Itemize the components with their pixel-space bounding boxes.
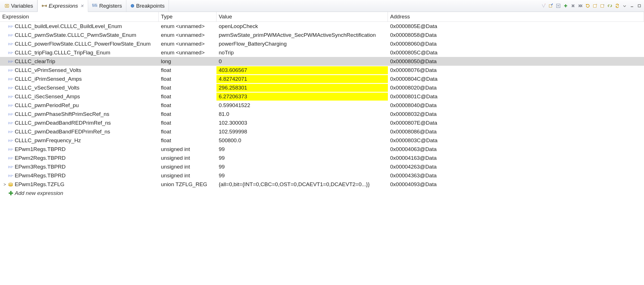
refresh-icon[interactable] (585, 3, 591, 9)
svg-text:(x)=: (x)= (8, 95, 13, 98)
continuous-refresh-icon[interactable] (614, 3, 620, 9)
table-row[interactable]: (x)=EPwm3Regs.TBPRDunsigned int990x00004… (0, 162, 644, 171)
remove-icon[interactable] (570, 3, 576, 9)
table-row[interactable]: (x)=CLLLC_vPrimSensed_Voltsfloat403.6065… (0, 66, 644, 75)
add-new-expression-row[interactable]: ✚ Add new expression (0, 189, 644, 197)
table-row[interactable]: (x)=CLLLC_pwmPhaseShiftPrimSecRef_nsfloa… (0, 110, 644, 118)
cell-type: unsigned int (159, 163, 216, 171)
cell-value[interactable]: 99 (216, 154, 388, 162)
cell-expression[interactable]: (x)=CLLLC_tripFlag.CLLLC_TripFlag_Enum (0, 49, 159, 57)
table-row[interactable]: (x)=CLLLC_buildLevel.CLLLC_BuildLevel_En… (0, 22, 644, 31)
minimize-icon[interactable] (629, 3, 635, 9)
cell-expression[interactable]: (x)=EPwm4Regs.TBPRD (0, 172, 159, 180)
cell-expression[interactable]: (x)=CLLLC_powerFlowState.CLLLC_PowerFlow… (0, 40, 159, 48)
table-row[interactable]: (x)=EPwm2Regs.TBPRDunsigned int990x00004… (0, 154, 644, 162)
cell-value[interactable]: pwmSwState_primPWMActive_SecPWMActiveSyn… (216, 31, 388, 39)
variable-icon: (x)= (8, 50, 14, 55)
cell-value[interactable]: openLoopCheck (216, 22, 388, 30)
cell-value[interactable]: 0 (216, 58, 388, 65)
col-header-type[interactable]: Type (159, 12, 216, 22)
maximize-icon[interactable] (636, 3, 642, 9)
cell-value[interactable]: 99 (216, 163, 388, 171)
cell-value[interactable]: {all=0,bit={INT=0,CBC=0,OST=0,DCAEVT1=0,… (216, 180, 388, 188)
cell-expression[interactable]: (x)=CLLLC_pwmDeadBandFEDPrimRef_ns (0, 128, 159, 136)
cell-expression[interactable]: >EPwm1Regs.TZFLG (0, 180, 159, 188)
cell-expression[interactable]: (x)=EPwm1Regs.TBPRD (0, 145, 159, 153)
svg-text:(x)=: (x)= (8, 104, 13, 107)
svg-text:(x)=: (x)= (8, 174, 13, 177)
svg-point-1 (42, 5, 44, 7)
cell-type: float (159, 84, 216, 92)
col-header-address[interactable]: Address (388, 12, 644, 22)
add-expression-icon[interactable] (562, 3, 569, 9)
remove-all-icon[interactable] (577, 3, 583, 9)
new-watch-icon[interactable] (592, 3, 598, 9)
cell-address: 0x00004093@Data (388, 180, 644, 188)
view-menu-icon[interactable] (621, 3, 628, 9)
cell-value[interactable]: 0.599041522 (216, 101, 388, 109)
svg-text:(x)=: (x)= (8, 33, 13, 37)
svg-text:(x)=: (x)= (8, 165, 13, 169)
variable-icon: (x)= (8, 164, 14, 169)
cell-expression[interactable]: (x)=EPwm2Regs.TBPRD (0, 154, 159, 162)
link-icon[interactable] (607, 3, 613, 9)
table-row[interactable]: (x)=CLLLC_pwmSwState.CLLLC_PwmSwState_En… (0, 31, 644, 39)
close-icon[interactable]: ✕ (80, 3, 84, 8)
tab-registers[interactable]: 10100101 Registers (88, 0, 126, 12)
cell-value[interactable]: 4.82742071 (216, 75, 388, 83)
cell-value[interactable]: 296.258301 (216, 84, 388, 92)
table-row[interactable]: (x)=CLLLC_clearTriplong00x00008050@Data (0, 57, 644, 66)
cell-value[interactable]: 81.0 (216, 110, 388, 118)
svg-text:(x)=: (x)= (8, 112, 13, 116)
cell-value[interactable]: 102.300003 (216, 119, 388, 127)
cell-expression[interactable]: (x)=CLLLC_clearTrip (0, 58, 159, 65)
svg-rect-12 (638, 5, 641, 7)
table-row[interactable]: >EPwm1Regs.TZFLGunion TZFLG_REG{all=0,bi… (0, 180, 644, 189)
cell-value[interactable]: 500800.0 (216, 137, 388, 144)
table-row[interactable]: (x)=CLLLC_pwmDeadBandFEDPrimRef_nsfloat1… (0, 127, 644, 136)
cell-expression[interactable]: (x)=CLLLC_pwmPhaseShiftPrimSecRef_ns (0, 110, 159, 118)
cell-expression[interactable]: (x)=CLLLC_vPrimSensed_Volts (0, 66, 159, 74)
cell-value[interactable]: 6.27206373 (216, 93, 388, 101)
expression-name: CLLLC_buildLevel.CLLLC_BuildLevel_Enum (15, 23, 122, 29)
table-row[interactable]: (x)=CLLLC_pwmPeriodRef_pufloat0.59904152… (0, 101, 644, 110)
pin-view-icon[interactable] (599, 3, 605, 9)
tab-variables[interactable]: Variables (1, 0, 37, 12)
collapse-all-icon[interactable] (555, 3, 561, 9)
cell-expression[interactable]: (x)=CLLLC_pwmSwState.CLLLC_PwmSwState_En… (0, 31, 159, 39)
cell-expression[interactable]: (x)=EPwm3Regs.TBPRD (0, 163, 159, 171)
table-row[interactable]: (x)=EPwm4Regs.TBPRDunsigned int990x00004… (0, 171, 644, 180)
cell-value[interactable]: noTrip (216, 49, 388, 57)
svg-text:(x)=: (x)= (8, 60, 13, 63)
expression-name: CLLLC_pwmPhaseShiftPrimSecRef_ns (15, 111, 109, 117)
table-row[interactable]: (x)=CLLLC_tripFlag.CLLLC_TripFlag_Enumen… (0, 48, 644, 57)
cell-expression[interactable]: (x)=CLLLC_pwmPeriodRef_pu (0, 101, 159, 109)
cell-expression[interactable]: (x)=CLLLC_pwmDeadBandREDPrimRef_ns (0, 119, 159, 127)
table-row[interactable]: (x)=CLLLC_pwmFrequency_Hzfloat500800.00x… (0, 136, 644, 145)
cell-value[interactable]: 99 (216, 172, 388, 180)
table-row[interactable]: (x)=EPwm1Regs.TBPRDunsigned int990x00004… (0, 145, 644, 154)
table-row[interactable]: (x)=CLLLC_pwmDeadBandREDPrimRef_nsfloat1… (0, 118, 644, 127)
expand-twisty[interactable]: > (3, 182, 7, 186)
cell-expression[interactable]: (x)=CLLLC_pwmFrequency_Hz (0, 137, 159, 144)
variable-icon: (x)= (8, 112, 14, 117)
cell-value[interactable]: 102.599998 (216, 128, 388, 136)
cell-type: unsigned int (159, 154, 216, 162)
tab-expressions[interactable]: Expressions ✕ (37, 0, 88, 12)
cell-value[interactable]: 99 (216, 145, 388, 153)
cell-value[interactable]: powerFlow_BatteryCharging (216, 40, 388, 48)
cell-expression[interactable]: (x)=CLLLC_buildLevel.CLLLC_BuildLevel_En… (0, 22, 159, 30)
toggle-watch-icon[interactable] (548, 3, 554, 9)
table-row[interactable]: (x)=CLLLC_vSecSensed_Voltsfloat296.25830… (0, 83, 644, 92)
cell-expression[interactable]: (x)=CLLLC_iPrimSensed_Amps (0, 75, 159, 83)
cell-value[interactable]: 403.606567 (216, 66, 388, 74)
cell-expression[interactable]: (x)=CLLLC_vSecSensed_Volts (0, 84, 159, 92)
col-header-value[interactable]: Value (216, 12, 388, 22)
tab-breakpoints[interactable]: Breakpoints (126, 0, 169, 12)
cell-expression[interactable]: (x)=CLLLC_iSecSensed_Amps (0, 93, 159, 101)
show-type-names-icon[interactable] (540, 3, 547, 9)
table-row[interactable]: (x)=CLLLC_iPrimSensed_Ampsfloat4.8274207… (0, 75, 644, 83)
table-row[interactable]: (x)=CLLLC_iSecSensed_Ampsfloat6.27206373… (0, 92, 644, 101)
col-header-expression[interactable]: Expression (0, 12, 159, 22)
table-row[interactable]: (x)=CLLLC_powerFlowState.CLLLC_PowerFlow… (0, 39, 644, 48)
